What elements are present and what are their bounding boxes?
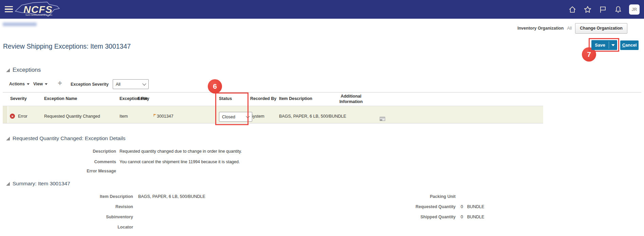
cancel-button[interactable]: Cancel <box>620 40 639 50</box>
view-menu-label: View <box>33 82 43 86</box>
packing-unit-label: Packing Unit <box>390 194 456 199</box>
description-value: Requested quantity changed due to change… <box>119 149 242 154</box>
column-header-status[interactable]: Status <box>219 96 232 101</box>
chevron-down-icon <box>246 114 250 118</box>
subinventory-label: Subinventory <box>68 215 133 219</box>
column-header-recorded-by[interactable]: Recorded By <box>250 96 276 101</box>
cell-entity[interactable]: 3001347 <box>157 114 173 119</box>
inventory-organization-value: All <box>567 26 572 31</box>
column-header-item-description[interactable]: Item Description <box>279 96 312 101</box>
shipped-quantity-value: 0 BUNDLE <box>461 215 484 219</box>
chevron-down-icon <box>27 83 30 85</box>
cell-exception-name: Requested Quantity Changed <box>44 114 100 119</box>
revision-label: Revision <box>68 204 133 209</box>
summary-section-header[interactable]: Summary: Item 3001347 <box>6 181 70 187</box>
cell-exception-for: Item <box>119 114 128 119</box>
requested-quantity-value: 0 BUNDLE <box>461 204 484 209</box>
error-icon <box>10 114 15 119</box>
change-organization-button[interactable]: Change Organization <box>575 23 627 34</box>
cell-item-description: BAGS, PAPER, 6 LB, 500/BUNDLE <box>279 114 346 119</box>
row-selector-gutter[interactable] <box>3 106 7 123</box>
collapse-triangle-icon[interactable] <box>6 182 10 186</box>
top-navigation-bar: NCFS North Carolina Financial System <box>0 0 644 19</box>
inventory-organization-label: Inventory Organization <box>517 26 564 31</box>
save-button-label[interactable]: Save <box>591 40 609 50</box>
table-top-border <box>3 92 641 92</box>
error-message-label: Error Message <box>54 169 116 173</box>
summary-section-title: Summary: Item 3001347 <box>13 181 70 187</box>
save-dropdown-arrow[interactable] <box>609 40 617 50</box>
column-header-severity[interactable]: Severity <box>10 96 27 101</box>
shipped-quantity-number: 0 <box>461 215 463 219</box>
shipped-quantity-label: Shipped Quantity <box>390 215 456 219</box>
add-icon[interactable]: + <box>58 79 62 88</box>
view-menu-button[interactable]: View <box>33 82 48 86</box>
chevron-down-icon <box>142 82 146 85</box>
locator-label: Locator <box>68 225 133 230</box>
item-description-value: BAGS, PAPER, 6 LB, 500/BUNDLE <box>138 194 205 199</box>
chevron-down-icon <box>611 44 615 46</box>
hamburger-menu-icon[interactable] <box>5 6 13 13</box>
exceptions-section-title: Exceptions <box>13 67 41 73</box>
requested-quantity-uom: BUNDLE <box>467 204 484 209</box>
ncfs-logo[interactable]: NCFS North Carolina Financial System <box>14 0 62 18</box>
requested-quantity-label: Requested Quantity <box>390 204 456 209</box>
actions-menu-label: Actions <box>9 82 25 86</box>
exception-details-section-title: Requested Quantity Changed: Exception De… <box>13 135 126 141</box>
annotation-callout-6: 6 <box>208 79 222 94</box>
favorites-star-icon[interactable] <box>583 5 592 14</box>
exceptions-section-header[interactable]: Exceptions <box>6 67 41 73</box>
collapse-triangle-icon[interactable] <box>6 68 10 72</box>
watchlist-flag-icon[interactable] <box>599 5 607 14</box>
additional-information-icon[interactable] <box>380 116 385 122</box>
cell-severity: Error <box>18 114 27 119</box>
actions-menu-button[interactable]: Actions <box>9 82 30 86</box>
collapse-triangle-icon[interactable] <box>6 137 10 140</box>
user-avatar[interactable]: JR <box>629 4 640 15</box>
save-button[interactable]: Save <box>591 40 617 50</box>
exception-severity-selected-value: All <box>116 82 121 87</box>
column-header-additional-information[interactable]: Additional Information <box>331 94 371 104</box>
description-label: Description <box>54 149 116 154</box>
logo-text: NCFS <box>23 4 53 15</box>
notifications-bell-icon[interactable] <box>614 5 623 14</box>
status-selected-value: Closed <box>222 115 235 119</box>
exception-severity-select[interactable]: All <box>113 79 149 89</box>
comments-label: Comments <box>54 159 116 164</box>
status-select[interactable]: Closed <box>219 112 252 122</box>
requested-quantity-number: 0 <box>461 204 463 209</box>
flag-icon <box>153 113 157 118</box>
home-icon[interactable] <box>568 5 577 14</box>
item-description-label: Item Description <box>68 194 133 199</box>
logo-subtitle: North Carolina Financial System <box>25 14 52 16</box>
breadcrumb[interactable] <box>3 22 37 26</box>
shipped-quantity-uom: BUNDLE <box>467 215 484 219</box>
column-header-entity[interactable]: Entity <box>137 96 149 101</box>
cell-recorded-by: System <box>250 114 264 119</box>
chevron-down-icon <box>45 83 48 85</box>
page-title: Review Shipping Exceptions: Item 3001347 <box>3 43 131 50</box>
comments-value: You cannot cancel the shipment line 1199… <box>119 159 240 164</box>
column-header-exception-name[interactable]: Exception Name <box>44 96 77 101</box>
exception-severity-label: Exception Severity <box>71 82 109 87</box>
exception-details-section-header[interactable]: Requested Quantity Changed: Exception De… <box>6 135 126 141</box>
table-row-border <box>3 123 543 123</box>
